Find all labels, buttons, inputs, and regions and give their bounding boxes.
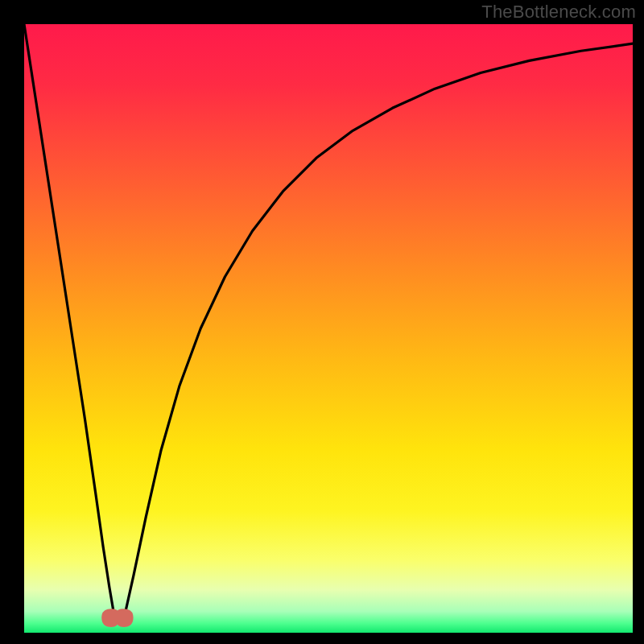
plot-svg bbox=[24, 24, 633, 633]
gradient-background bbox=[24, 24, 633, 633]
minimum-marker bbox=[102, 609, 132, 626]
watermark-text: TheBottleneck.com bbox=[481, 2, 636, 23]
chart-frame: TheBottleneck.com bbox=[0, 0, 644, 644]
plot-area bbox=[24, 24, 633, 633]
